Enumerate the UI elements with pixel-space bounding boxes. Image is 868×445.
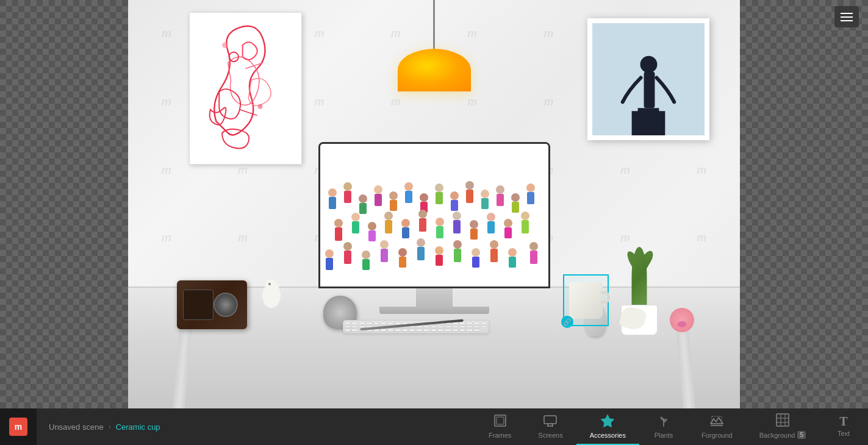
menu-icon [841, 16, 853, 18]
svg-point-65 [325, 249, 334, 258]
svg-rect-9 [638, 108, 659, 114]
svg-rect-50 [402, 227, 409, 238]
svg-point-79 [453, 240, 462, 249]
lamp-shade [398, 49, 471, 91]
svg-point-12 [268, 283, 271, 285]
svg-rect-20 [375, 194, 382, 206]
svg-point-15 [343, 182, 352, 191]
screen-content [320, 144, 548, 287]
plants-label: Plants [655, 432, 673, 439]
svg-point-35 [496, 185, 504, 194]
svg-point-75 [417, 238, 425, 247]
svg-rect-40 [527, 192, 534, 204]
svg-point-33 [481, 190, 489, 198]
svg-rect-16 [344, 191, 351, 203]
svg-point-71 [380, 240, 389, 249]
svg-rect-100 [777, 414, 789, 426]
monitor-stand-neck [416, 288, 453, 307]
svg-point-27 [435, 183, 443, 192]
monitor-stand-base [379, 307, 489, 314]
svg-point-29 [450, 191, 459, 200]
svg-rect-91 [544, 416, 556, 424]
svg-rect-64 [522, 220, 529, 233]
ceramic-cup-selected[interactable]: 🔗 [566, 277, 606, 323]
svg-point-83 [490, 240, 498, 249]
svg-point-63 [521, 212, 529, 220]
screens-icon [543, 414, 557, 429]
svg-point-69 [362, 251, 370, 259]
tab-background[interactable]: Background 5 [746, 408, 819, 445]
piggy-figurine[interactable] [670, 308, 694, 332]
svg-rect-58 [470, 229, 478, 240]
tab-accessories[interactable]: Accessories [576, 408, 639, 445]
tab-frames[interactable]: Frames [475, 408, 525, 445]
monitor[interactable] [318, 142, 550, 314]
svg-rect-24 [405, 191, 412, 203]
svg-point-57 [470, 220, 478, 229]
svg-rect-48 [385, 220, 392, 233]
svg-point-67 [343, 242, 352, 251]
monitor-screen [318, 142, 550, 288]
svg-rect-66 [326, 258, 333, 270]
keyboard[interactable] [343, 320, 489, 333]
tab-plants[interactable]: Plants [639, 408, 688, 445]
app-logo: m [9, 418, 27, 436]
svg-point-45 [368, 222, 376, 230]
svg-rect-46 [368, 230, 376, 241]
svg-rect-62 [504, 227, 512, 238]
svg-rect-80 [454, 249, 461, 262]
cup-link-icon[interactable]: 🔗 [561, 316, 573, 328]
cup-handle [601, 291, 610, 304]
text-label: Text [838, 430, 850, 437]
svg-rect-60 [487, 221, 495, 233]
svg-rect-42 [335, 227, 342, 241]
tab-forground[interactable]: Forground [688, 408, 746, 445]
cup-body [569, 282, 603, 319]
scene-area: m m m m m m m m m m m m m m m m m m m m … [128, 0, 740, 408]
piggy-snout [678, 321, 687, 327]
svg-point-51 [418, 210, 427, 218]
svg-rect-90 [497, 417, 504, 424]
svg-point-87 [529, 242, 538, 251]
lamp-cord [433, 0, 435, 49]
svg-point-81 [472, 248, 480, 257]
svg-point-41 [334, 219, 343, 227]
tab-text[interactable]: T Text [819, 408, 868, 445]
svg-rect-84 [490, 249, 498, 262]
breadcrumb-scene: Unsaved scene [49, 422, 104, 432]
radio-object[interactable] [177, 280, 247, 329]
svg-point-13 [328, 188, 337, 197]
checker-right [740, 0, 868, 408]
svg-rect-28 [436, 192, 443, 204]
svg-point-85 [508, 248, 517, 257]
menu-button[interactable] [834, 6, 859, 27]
svg-point-25 [420, 193, 428, 202]
svg-rect-68 [344, 251, 351, 264]
svg-marker-95 [601, 415, 614, 427]
svg-rect-56 [453, 220, 461, 233]
svg-rect-36 [497, 194, 504, 206]
svg-point-49 [401, 219, 410, 227]
svg-rect-32 [466, 190, 473, 203]
tab-screens[interactable]: Screens [525, 408, 576, 445]
logo-area[interactable]: m [0, 408, 37, 445]
svg-point-3 [222, 42, 228, 48]
svg-rect-52 [419, 218, 426, 232]
svg-point-77 [435, 246, 443, 255]
svg-point-47 [384, 212, 393, 220]
radio-speaker [183, 290, 213, 320]
cactus-plant [632, 247, 647, 308]
wall-art-right[interactable] [587, 18, 709, 140]
bottom-toolbar: m Unsaved scene › Ceramic cup Frames [0, 408, 868, 445]
svg-rect-82 [472, 257, 479, 268]
bird-figurine[interactable] [256, 274, 287, 311]
svg-rect-72 [381, 249, 388, 262]
svg-rect-74 [399, 257, 406, 268]
forground-icon [710, 414, 723, 429]
svg-rect-6 [644, 72, 655, 109]
svg-rect-30 [451, 200, 458, 211]
pendant-lamp [398, 0, 471, 91]
wall-art-left[interactable] [189, 12, 302, 165]
breadcrumb-separator: › [109, 422, 111, 431]
plants-icon [657, 414, 670, 429]
